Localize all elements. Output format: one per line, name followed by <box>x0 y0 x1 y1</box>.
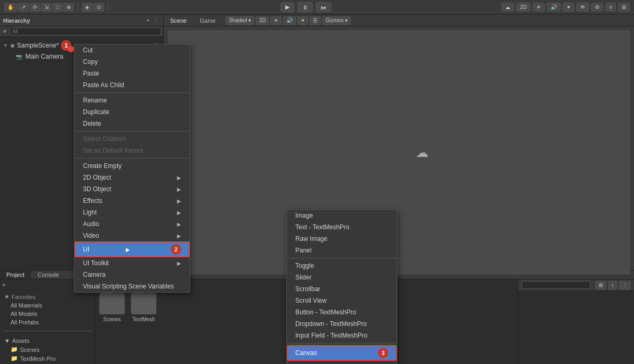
ctx-light[interactable]: Light ▶ <box>74 207 190 218</box>
scene-light-btn[interactable]: ☀ <box>271 16 282 25</box>
scene-hidden-btn[interactable]: ☰ <box>310 16 321 25</box>
ctx-copy[interactable]: Copy <box>74 56 190 68</box>
camera-label: Main Camera <box>25 53 63 60</box>
bottom-search-input[interactable] <box>521 281 590 289</box>
camera-icon: 📷 <box>16 54 22 60</box>
step-badge-2: 2 <box>171 244 181 255</box>
scene-tab[interactable]: Scene <box>164 16 193 25</box>
submenu-scroll-view[interactable]: Scroll View <box>287 295 397 306</box>
ctx-ui[interactable]: UI ▶ 2 <box>74 241 190 257</box>
ctx-delete[interactable]: Delete <box>74 118 190 129</box>
sub-sep1 <box>287 258 397 258</box>
favorites-section: ★ Favorites All Materials All Models All… <box>2 291 92 328</box>
ctx-3d-arrow: ▶ <box>177 186 181 192</box>
assets-root[interactable]: ▼ Assets <box>2 337 92 345</box>
audio-btn[interactable]: 🔊 <box>547 3 561 12</box>
submenu-button-tmp[interactable]: Button - TextMeshPro <box>287 306 397 318</box>
layout-btn[interactable]: ⊞ <box>618 3 630 12</box>
game-tab[interactable]: Game <box>193 16 222 25</box>
scene-gizmos-btn[interactable]: Gizmos ▾ <box>322 16 351 25</box>
scenes-label: Scenes <box>103 316 120 322</box>
ctx-ui-arrow: ▶ <box>126 247 130 253</box>
ctx-video-arrow: ▶ <box>177 233 181 239</box>
ctx-audio[interactable]: Audio ▶ <box>74 218 190 230</box>
ctx-camera[interactable]: Camera <box>74 269 190 281</box>
scene-item[interactable]: ▼ ◈ SampleScene* 1 <box>3 40 71 51</box>
toolbar-rect-btn[interactable]: □ <box>53 3 62 12</box>
bottom-right-panel: ⊞ ↕ ⋮ <box>518 279 634 364</box>
toolbar-global-btn[interactable]: ⊙ <box>94 3 104 12</box>
submenu-canvas[interactable]: Canvas 3 <box>287 345 397 361</box>
scenes-asset[interactable]: Scenes <box>99 293 125 322</box>
textmesh-icon: 📁 <box>11 355 18 362</box>
ctx-effects[interactable]: Effects ▶ <box>74 195 190 207</box>
collab-btn[interactable]: ☁ <box>501 3 514 12</box>
bottom-view-btn[interactable]: ⊞ <box>595 281 606 290</box>
hierarchy-search-input[interactable] <box>10 27 161 35</box>
scene-shaded-btn[interactable]: Shaded ▾ <box>226 16 254 25</box>
ctx-create-empty[interactable]: Create Empty <box>74 160 190 172</box>
assets-section: ▼ Assets 📁 Scenes 📁 TextMesh Pro ▶ Packa… <box>2 334 92 364</box>
sep2 <box>108 3 108 12</box>
textmesh-asset[interactable]: TextMesh <box>131 293 156 322</box>
textmesh-folder[interactable]: 📁 TextMesh Pro <box>2 354 92 363</box>
toolbar-move-btn[interactable]: ✋ <box>4 3 17 12</box>
submenu-panel[interactable]: Panel <box>287 245 397 256</box>
all-materials-item[interactable]: All Materials <box>2 301 92 310</box>
ctx-video[interactable]: Video ▶ <box>74 230 190 241</box>
hierarchy-header: Hierarchy + ⋮ <box>0 15 163 26</box>
submenu-image[interactable]: Image <box>287 210 397 221</box>
play-button[interactable]: ▶ <box>281 2 294 12</box>
ctx-2d-object[interactable]: 2D Object ▶ <box>74 172 190 183</box>
scene-canvas: ☁ <box>168 31 630 274</box>
submenu-input-tmp[interactable]: Input Field - TextMeshPro <box>287 330 397 341</box>
submenu-slider[interactable]: Slider <box>287 272 397 283</box>
toolbar-rotate-btn[interactable]: ⟳ <box>30 3 40 12</box>
cloud-btn[interactable]: 2D <box>516 3 530 12</box>
ctx-visual-scripting[interactable]: Visual Scripting Scene Variables <box>74 281 190 292</box>
bottom-add-btn[interactable]: + <box>2 282 5 288</box>
ctx-cut[interactable]: Cut <box>74 44 190 56</box>
toolbar-hand-btn[interactable]: ↗ <box>18 3 29 12</box>
ctx-rename[interactable]: Rename <box>74 95 190 106</box>
scenes-folder[interactable]: 📁 Scenes <box>2 345 92 354</box>
scene-2d-btn[interactable]: 2D <box>256 16 269 25</box>
toolbar-center-btn[interactable]: ◈ <box>82 3 92 12</box>
hidden-btn[interactable]: 👁 <box>576 3 589 12</box>
submenu-dropdown-tmp[interactable]: Dropdown - TextMeshPro <box>287 318 397 330</box>
submenu-text-mesh[interactable]: Text - TextMeshPro <box>287 221 397 233</box>
submenu-scrollbar[interactable]: Scrollbar <box>287 283 397 295</box>
submenu-raw-image[interactable]: Raw Image <box>287 233 397 245</box>
toolbar-scale-btn[interactable]: ⇲ <box>41 3 52 12</box>
ctx-paste-as-child[interactable]: Paste As Child <box>74 79 190 91</box>
hierarchy-controls: + ⋮ <box>145 17 160 23</box>
submenu-event-system[interactable]: Event System <box>287 361 397 364</box>
effects-btn[interactable]: ✦ <box>563 3 574 12</box>
submenu-toggle[interactable]: Toggle <box>287 260 397 272</box>
bottom-right-toolbar: ⊞ ↕ ⋮ <box>518 279 634 291</box>
project-tab[interactable]: Project <box>0 270 31 279</box>
gizmos-btn[interactable]: ⚙ <box>591 3 603 12</box>
layers-btn[interactable]: ≡ <box>605 3 616 12</box>
ctx-3d-object[interactable]: 3D Object ▶ <box>74 183 190 195</box>
console-tab[interactable]: Console <box>31 270 66 279</box>
favorites-title: ★ Favorites <box>2 292 92 301</box>
all-prefabs-item[interactable]: All Prefabs <box>2 318 92 326</box>
ctx-2d-arrow: ▶ <box>177 175 181 181</box>
hierarchy-add-btn[interactable]: + <box>145 17 151 23</box>
light-btn[interactable]: ☀ <box>533 3 545 12</box>
top-toolbar: ✋ ↗ ⟳ ⇲ □ ⊕ ◈ ⊙ ▶ ⏸ ⏭ ☁ 2D ☀ 🔊 ✦ 👁 ⚙ ≡ ⊞ <box>0 0 634 15</box>
ctx-paste[interactable]: Paste <box>74 68 190 79</box>
hierarchy-menu-btn[interactable]: ⋮ <box>153 17 160 23</box>
scene-fx-btn[interactable]: ✦ <box>297 16 308 25</box>
scene-audio-btn[interactable]: 🔊 <box>283 16 296 25</box>
ctx-ui-toolkit[interactable]: UI Toolkit ▶ <box>74 257 190 269</box>
bottom-sort-btn[interactable]: ↕ <box>608 281 617 290</box>
step-button[interactable]: ⏭ <box>316 2 331 12</box>
toolbar-combo-btn[interactable]: ⊕ <box>63 3 74 12</box>
ctx-duplicate[interactable]: Duplicate <box>74 106 190 118</box>
bottom-menu-btn[interactable]: ⋮ <box>619 281 631 290</box>
pause-button[interactable]: ⏸ <box>297 2 313 12</box>
all-models-item[interactable]: All Models <box>2 310 92 318</box>
ctx-set-default: Set as Default Parent <box>74 145 190 156</box>
